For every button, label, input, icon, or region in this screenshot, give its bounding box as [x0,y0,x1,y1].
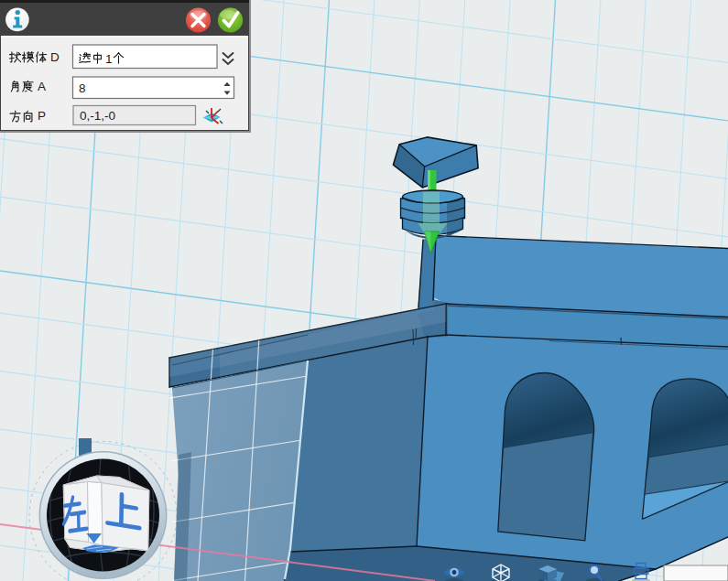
svg-text:1: 1 [105,52,113,66]
svg-text:0,-1,-0: 0,-1,-0 [80,109,115,123]
svg-text:D: D [50,50,60,64]
svg-text:8: 8 [79,81,86,95]
svg-text:A: A [38,80,46,93]
svg-text:P: P [38,109,46,123]
